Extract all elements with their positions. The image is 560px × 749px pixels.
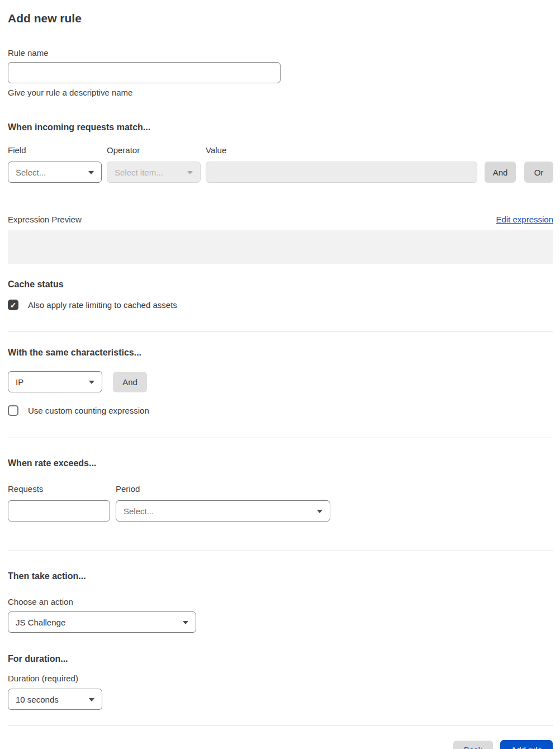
chevron-down-icon [88,171,94,174]
value-label: Value [206,145,477,155]
rate-row: Requests Period Select... [8,484,553,522]
section-divider [8,331,553,331]
footer-actions: Back Add rule [8,740,553,749]
expression-preview-box [8,230,553,264]
rule-name-helper: Give your rule a descriptive name [8,88,553,97]
duration-heading: For duration... [8,653,553,664]
cache-checkbox-label: Also apply rate limiting to cached asset… [28,300,177,310]
characteristics-and-button[interactable]: And [113,372,147,392]
action-heading: Then take action... [8,571,553,581]
characteristics-heading: With the same characteristics... [8,347,553,358]
field-select[interactable]: Select... [8,162,102,183]
requests-input[interactable] [8,500,110,522]
match-section-heading: When incoming requests match... [8,122,553,132]
duration-label: Duration (required) [8,674,553,684]
period-select-value: Select... [124,506,154,516]
duration-select[interactable]: 10 seconds [8,689,102,710]
characteristic-select-value: IP [16,377,23,387]
period-group: Period Select... [116,484,330,522]
action-select[interactable]: JS Challenge [8,611,196,633]
cache-checkbox-row: ✓ Also apply rate limiting to cached ass… [8,300,553,310]
cache-status-heading: Cache status [8,279,553,290]
chevron-down-icon [89,698,94,701]
custom-counting-checkbox[interactable] [8,405,18,416]
value-group: Value [206,145,477,183]
add-rule-button[interactable]: Add rule [500,740,553,749]
operator-select: Select item... [107,162,201,183]
chevron-down-icon [317,510,322,513]
custom-counting-row: Use custom counting expression [8,405,553,416]
edit-expression-link[interactable]: Edit expression [496,215,553,224]
action-select-value: JS Challenge [16,618,65,627]
period-label: Period [116,484,330,494]
rule-name-label: Rule name [8,48,553,58]
value-input [206,162,477,183]
match-builder-row: Field Select... Operator Select item... … [8,145,553,183]
back-button[interactable]: Back [453,741,493,749]
requests-group: Requests [8,484,110,522]
expression-preview-label: Expression Preview [8,215,82,224]
page-title: Add new rule [8,11,553,25]
field-label: Field [8,145,102,155]
add-rule-form: Add new rule Rule name Give your rule a … [0,11,560,749]
rule-name-input[interactable] [8,62,281,83]
field-group: Field Select... [8,145,102,183]
chevron-down-icon [89,381,94,384]
operator-select-value: Select item... [115,168,163,177]
characteristics-row: IP And [8,371,553,392]
field-select-value: Select... [16,168,46,177]
or-button[interactable]: Or [524,162,553,183]
check-icon: ✓ [10,301,17,309]
action-label: Choose an action [8,597,553,607]
and-button[interactable]: And [485,162,516,183]
characteristic-select[interactable]: IP [8,371,102,392]
period-select[interactable]: Select... [116,500,330,522]
chevron-down-icon [187,171,193,174]
operator-label: Operator [107,145,201,155]
operator-group: Operator Select item... [107,145,201,183]
rate-heading: When rate exceeds... [8,458,553,468]
section-divider [8,551,553,551]
expression-preview-header: Expression Preview Edit expression [8,215,553,224]
duration-select-value: 10 seconds [16,695,59,704]
section-divider [8,726,553,726]
section-divider [8,438,553,438]
cache-checkbox[interactable]: ✓ [8,300,18,310]
custom-counting-label: Use custom counting expression [28,406,149,415]
chevron-down-icon [183,621,188,624]
requests-label: Requests [8,484,110,494]
